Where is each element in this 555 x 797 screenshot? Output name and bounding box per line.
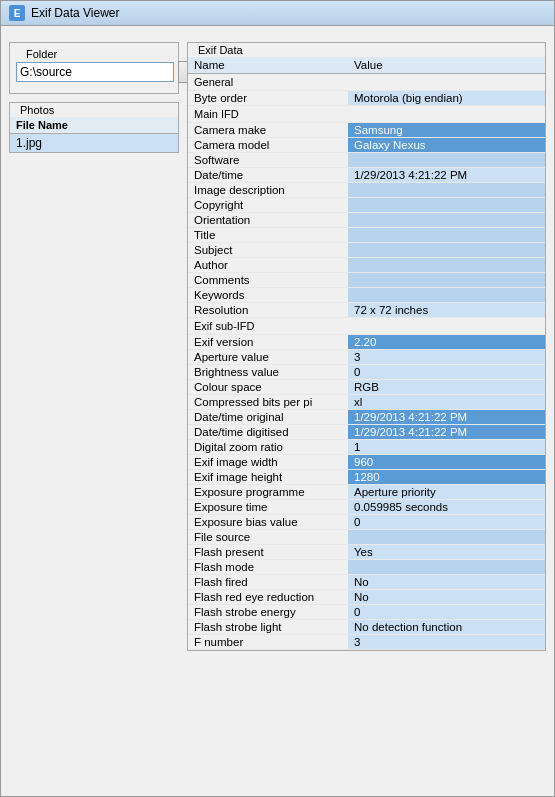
exif-table: Name Value GeneralByte orderMotorola (bi… — [188, 57, 545, 650]
folder-input[interactable] — [16, 62, 174, 82]
exif-data-row: Date/time digitised1/29/2013 4:21:22 PM — [188, 425, 545, 440]
exif-field-name: Camera model — [188, 138, 348, 153]
exif-field-name: Resolution — [188, 303, 348, 318]
exif-field-value: 1280 — [348, 470, 545, 485]
exif-field-value — [348, 560, 545, 575]
exif-field-name: Comments — [188, 273, 348, 288]
exif-field-name: Digital zoom ratio — [188, 440, 348, 455]
exif-data-row: Exif image width960 — [188, 455, 545, 470]
exif-data-row: Digital zoom ratio1 — [188, 440, 545, 455]
app-icon: E — [9, 5, 25, 21]
exif-field-value: 72 x 72 inches — [348, 303, 545, 318]
exif-field-name: Title — [188, 228, 348, 243]
exif-field-name: Copyright — [188, 198, 348, 213]
exif-data-row: Subject — [188, 243, 545, 258]
exif-field-value: Samsung — [348, 123, 545, 138]
exif-data-row: Flash strobe energy0 — [188, 605, 545, 620]
exif-field-name: F number — [188, 635, 348, 650]
exif-data-row: Image description — [188, 183, 545, 198]
exif-field-value: 1/29/2013 4:21:22 PM — [348, 425, 545, 440]
main-content: Folder Browse Photos File Name 1.jpg Exi… — [1, 26, 554, 659]
exif-field-value: 0 — [348, 605, 545, 620]
exif-data-row: Orientation — [188, 213, 545, 228]
folder-group-label: Folder — [22, 48, 61, 60]
exif-field-name: Flash strobe energy — [188, 605, 348, 620]
exif-data-row: Exif image height1280 — [188, 470, 545, 485]
main-window: E Exif Data Viewer Folder Browse Photos … — [0, 0, 555, 797]
exif-data-row: Resolution72 x 72 inches — [188, 303, 545, 318]
file-list-item[interactable]: 1.jpg — [10, 134, 178, 152]
exif-data-row: Flash presentYes — [188, 545, 545, 560]
exif-section-row: Exif sub-IFD — [188, 318, 545, 335]
exif-data-row: Brightness value0 — [188, 365, 545, 380]
exif-field-name: Exposure time — [188, 500, 348, 515]
exif-data-row: Byte orderMotorola (big endian) — [188, 91, 545, 106]
exif-field-value — [348, 228, 545, 243]
exif-data-row: Date/time original1/29/2013 4:21:22 PM — [188, 410, 545, 425]
photos-group-label: Photos — [16, 104, 58, 116]
exif-data-row: Author — [188, 258, 545, 273]
col-name-header: Name — [188, 57, 348, 74]
exif-field-value: 1/29/2013 4:21:22 PM — [348, 410, 545, 425]
exif-section-row: General — [188, 74, 545, 91]
exif-field-value — [348, 243, 545, 258]
exif-data-row: Flash strobe lightNo detection function — [188, 620, 545, 635]
right-panel: Exif Data Name Value GeneralByte orderMo… — [187, 34, 546, 651]
exif-field-value — [348, 213, 545, 228]
exif-data-row: Camera makeSamsung — [188, 123, 545, 138]
exif-data-row: Flash red eye reductionNo — [188, 590, 545, 605]
exif-field-value — [348, 530, 545, 545]
exif-field-value: RGB — [348, 380, 545, 395]
exif-field-name: Subject — [188, 243, 348, 258]
file-list: 1.jpg — [10, 134, 178, 152]
exif-field-name: File source — [188, 530, 348, 545]
exif-field-name: Aperture value — [188, 350, 348, 365]
exif-field-name: Colour space — [188, 380, 348, 395]
exif-field-value: 960 — [348, 455, 545, 470]
exif-field-value: 1 — [348, 440, 545, 455]
exif-data-row: Colour spaceRGB — [188, 380, 545, 395]
exif-field-value — [348, 198, 545, 213]
exif-field-name: Camera make — [188, 123, 348, 138]
window-title: Exif Data Viewer — [31, 6, 119, 20]
exif-field-name: Date/time — [188, 168, 348, 183]
exif-data-row: Flash mode — [188, 560, 545, 575]
exif-field-value — [348, 288, 545, 303]
exif-field-value — [348, 258, 545, 273]
exif-data-row: Date/time1/29/2013 4:21:22 PM — [188, 168, 545, 183]
exif-field-name: Author — [188, 258, 348, 273]
exif-field-name: Keywords — [188, 288, 348, 303]
exif-field-value: Motorola (big endian) — [348, 91, 545, 106]
exif-field-name: Orientation — [188, 213, 348, 228]
exif-field-name: Flash present — [188, 545, 348, 560]
exif-data-row: Copyright — [188, 198, 545, 213]
exif-field-name: Exposure bias value — [188, 515, 348, 530]
exif-data-row: F number3 — [188, 635, 545, 650]
exif-data-row: Flash firedNo — [188, 575, 545, 590]
exif-data-row: File source — [188, 530, 545, 545]
exif-data-row: Compressed bits per pixl — [188, 395, 545, 410]
title-bar: E Exif Data Viewer — [1, 1, 554, 26]
exif-data-row: Aperture value3 — [188, 350, 545, 365]
exif-field-value — [348, 273, 545, 288]
exif-field-name: Flash fired — [188, 575, 348, 590]
exif-data-row: Exposure programmeAperture priority — [188, 485, 545, 500]
exif-data-row: Exposure bias value0 — [188, 515, 545, 530]
exif-field-value — [348, 183, 545, 198]
exif-section-row: Main IFD — [188, 106, 545, 123]
exif-field-value: 0 — [348, 365, 545, 380]
exif-field-name: Date/time original — [188, 410, 348, 425]
exif-field-name: Exposure programme — [188, 485, 348, 500]
exif-data-row: Software — [188, 153, 545, 168]
exif-field-value: 3 — [348, 635, 545, 650]
col-value-header: Value — [348, 57, 545, 74]
exif-data-row: Exposure time0.059985 seconds — [188, 500, 545, 515]
exif-data-row: Camera modelGalaxy Nexus — [188, 138, 545, 153]
file-list-header: File Name — [10, 117, 178, 134]
folder-row: Browse — [16, 61, 172, 83]
exif-field-name: Exif image height — [188, 470, 348, 485]
exif-field-name: Flash red eye reduction — [188, 590, 348, 605]
exif-data-row: Comments — [188, 273, 545, 288]
exif-field-name: Date/time digitised — [188, 425, 348, 440]
exif-field-value: No detection function — [348, 620, 545, 635]
